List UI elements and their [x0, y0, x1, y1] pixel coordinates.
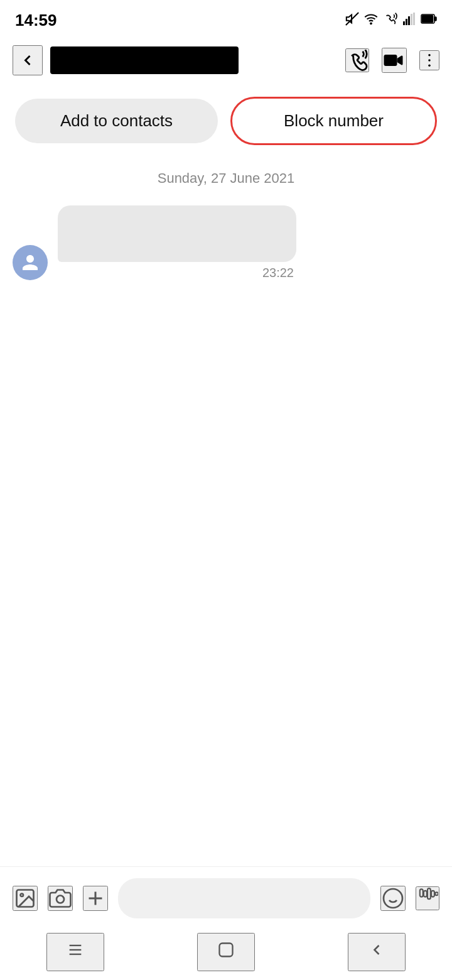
messages-area: 23:22	[0, 199, 452, 293]
emoji-button[interactable]	[380, 886, 406, 911]
svg-rect-3	[406, 19, 407, 25]
svg-point-1	[370, 23, 372, 24]
camera-button[interactable]	[48, 886, 73, 911]
add-button[interactable]	[83, 886, 108, 911]
message-time: 23:22	[58, 266, 296, 280]
wifi-call-icon	[383, 12, 398, 29]
svg-rect-30	[220, 943, 233, 956]
back-button[interactable]	[13, 45, 43, 75]
svg-rect-5	[411, 14, 412, 25]
svg-rect-10	[384, 55, 397, 66]
wifi-icon	[364, 12, 378, 29]
date-divider: Sunday, 27 June 2021	[0, 155, 452, 199]
status-time: 14:59	[15, 11, 57, 30]
svg-rect-25	[431, 891, 434, 897]
svg-point-16	[56, 896, 64, 903]
svg-point-11	[428, 54, 431, 57]
message-row: 23:22	[13, 205, 439, 280]
svg-point-15	[21, 894, 24, 897]
mute-icon	[345, 12, 359, 29]
svg-point-13	[428, 64, 431, 67]
contact-name-bar	[50, 46, 239, 74]
svg-rect-6	[413, 13, 415, 25]
video-call-button[interactable]	[382, 48, 407, 73]
more-options-button[interactable]	[419, 50, 439, 70]
block-number-button[interactable]: Block number	[230, 97, 437, 145]
action-buttons: Add to contacts Block number	[0, 87, 452, 155]
svg-point-19	[384, 889, 402, 908]
svg-point-12	[428, 59, 431, 62]
svg-rect-26	[435, 892, 438, 895]
back-nav-button[interactable]	[348, 933, 406, 971]
recent-apps-button[interactable]	[46, 933, 104, 971]
toolbar-actions	[345, 48, 439, 73]
photo-button[interactable]	[13, 886, 38, 911]
svg-rect-24	[428, 888, 431, 899]
voice-button[interactable]	[416, 886, 439, 910]
toolbar	[0, 38, 452, 83]
svg-rect-8	[434, 17, 436, 21]
call-button[interactable]	[345, 48, 369, 72]
message-bubble	[58, 205, 296, 262]
svg-rect-4	[408, 16, 410, 25]
home-button[interactable]	[197, 933, 255, 971]
svg-rect-9	[422, 15, 433, 22]
battery-icon	[421, 13, 437, 28]
avatar	[13, 245, 48, 280]
status-bar: 14:59	[0, 0, 452, 38]
svg-rect-22	[420, 889, 423, 896]
signal-icon	[403, 13, 416, 28]
bottom-bar	[0, 866, 452, 930]
nav-bar	[0, 930, 452, 980]
add-to-contacts-button[interactable]: Add to contacts	[15, 99, 218, 143]
svg-rect-23	[424, 891, 427, 897]
svg-rect-2	[403, 21, 405, 25]
message-input[interactable]	[118, 878, 370, 918]
status-icons	[345, 12, 437, 29]
